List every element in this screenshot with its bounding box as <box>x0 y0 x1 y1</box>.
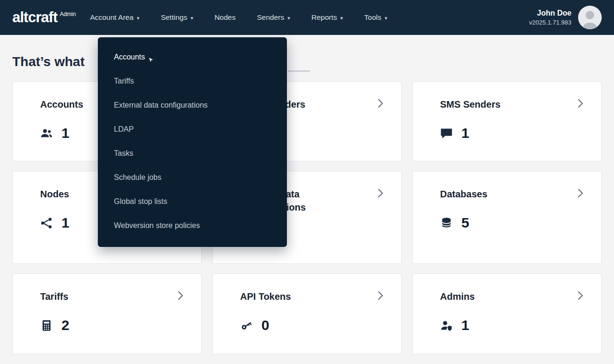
caret-down-icon: ▾ <box>385 16 388 21</box>
card-value-row: 2 <box>40 317 168 333</box>
card-admins[interactable]: Admins 1 <box>412 273 602 354</box>
dropdown-item-global-stop-lists[interactable]: Global stop lists <box>98 189 287 213</box>
card-value-row: 0 <box>240 317 368 333</box>
dropdown-item-label: External data configurations <box>114 101 208 110</box>
nav-item-label: Nodes <box>215 13 236 22</box>
users-icon <box>40 127 53 140</box>
app-version: v2025.1.71.983 <box>529 19 571 26</box>
card-title: Tariffs <box>40 290 151 303</box>
share-icon <box>40 217 53 229</box>
database-icon <box>440 217 453 229</box>
dropdown-item-webversion-store-policies[interactable]: Webversion store policies <box>98 213 287 237</box>
dropdown-item-label: LDAP <box>114 125 134 134</box>
card-sms-senders[interactable]: SMS Senders 1 <box>412 81 602 161</box>
brand-name: altcraft <box>12 9 57 25</box>
nav-item-reports[interactable]: Reports ▾ <box>311 13 343 22</box>
card-count: 1 <box>461 125 469 141</box>
card-value-row: 1 <box>440 125 568 141</box>
nav-item-label: Senders <box>257 13 284 22</box>
dropdown-item-label: Schedule jobs <box>114 173 162 182</box>
dropdown-item-tariffs[interactable]: Tariffs <box>98 69 287 93</box>
brand-logo[interactable]: altcraft Admin <box>12 9 76 25</box>
card-count: 1 <box>61 215 69 231</box>
nav-item-nodes[interactable]: Nodes <box>215 13 236 22</box>
nav-item-senders[interactable]: Senders ▾ <box>257 13 290 22</box>
account-area-dropdown: Accounts Tariffs External data configura… <box>98 37 287 247</box>
caret-down-icon: ▾ <box>190 16 193 21</box>
card-count: 1 <box>61 125 69 141</box>
dropdown-item-label: Accounts <box>114 52 145 61</box>
dropdown-item-label: Tariffs <box>114 76 134 85</box>
navbar-user-area: John Doe v2025.1.71.983 <box>529 6 602 29</box>
dropdown-item-external-data-configurations[interactable]: External data configurations <box>98 93 287 117</box>
card-tariffs[interactable]: Tariffs 2 <box>12 273 202 354</box>
admin-icon <box>440 319 453 332</box>
chat-icon <box>440 127 453 140</box>
card-count: 1 <box>461 317 469 333</box>
dashboard-cards: Accounts 1 Email Senders 1 SMS <box>0 81 614 354</box>
dropdown-item-tasks[interactable]: Tasks <box>98 141 287 165</box>
card-title: Admins <box>440 290 551 303</box>
card-title: SMS Senders <box>440 98 551 111</box>
card-count: 2 <box>61 317 69 333</box>
card-title: Databases <box>440 187 551 201</box>
avatar[interactable] <box>578 6 602 29</box>
card-value-row: 1 <box>440 317 568 333</box>
top-navbar: altcraft Admin Account Area ▾ Settings ▾… <box>0 0 614 35</box>
caret-down-icon: ▾ <box>340 16 343 21</box>
card-api-tokens[interactable]: API Tokens 0 <box>212 273 402 354</box>
dropdown-item-accounts[interactable]: Accounts <box>98 45 287 69</box>
user-name: John Doe <box>529 9 571 17</box>
chevron-right-icon[interactable] <box>375 98 386 109</box>
dropdown-item-label: Global stop lists <box>114 197 167 206</box>
nav-item-settings[interactable]: Settings ▾ <box>161 13 193 22</box>
nav-item-label: Settings <box>161 13 187 22</box>
heading-tail-line <box>288 70 310 72</box>
nav-item-label: Reports <box>311 13 337 22</box>
card-count: 0 <box>261 317 269 333</box>
chevron-right-icon[interactable] <box>575 290 586 301</box>
chevron-right-icon[interactable] <box>375 187 386 199</box>
dropdown-item-ldap[interactable]: LDAP <box>98 117 287 141</box>
dropdown-item-label: Webversion store policies <box>114 221 200 230</box>
main-nav: Account Area ▾ Settings ▾ Nodes Senders … <box>90 13 387 22</box>
caret-down-icon: ▾ <box>137 16 140 21</box>
calculator-icon <box>40 319 53 332</box>
card-databases[interactable]: Databases 5 <box>412 171 602 264</box>
chevron-right-icon[interactable] <box>175 290 186 301</box>
nav-item-account-area[interactable]: Account Area ▾ <box>90 13 139 22</box>
brand-badge: Admin <box>60 11 76 17</box>
chevron-right-icon[interactable] <box>575 187 586 199</box>
card-value-row: 5 <box>440 215 568 231</box>
chevron-right-icon[interactable] <box>575 98 586 109</box>
avatar-person-icon <box>578 6 602 29</box>
chevron-right-icon[interactable] <box>375 290 386 301</box>
key-icon <box>240 319 253 332</box>
mouse-cursor-icon <box>147 57 155 65</box>
user-meta: John Doe v2025.1.71.983 <box>529 9 571 26</box>
nav-item-tools[interactable]: Tools ▾ <box>364 13 388 22</box>
card-title: API Tokens <box>240 290 351 303</box>
dropdown-item-schedule-jobs[interactable]: Schedule jobs <box>98 165 287 189</box>
dropdown-item-label: Tasks <box>114 149 133 158</box>
nav-item-label: Account Area <box>90 13 133 22</box>
caret-down-icon: ▾ <box>287 16 290 21</box>
card-count: 5 <box>461 215 469 231</box>
nav-item-label: Tools <box>364 13 381 22</box>
